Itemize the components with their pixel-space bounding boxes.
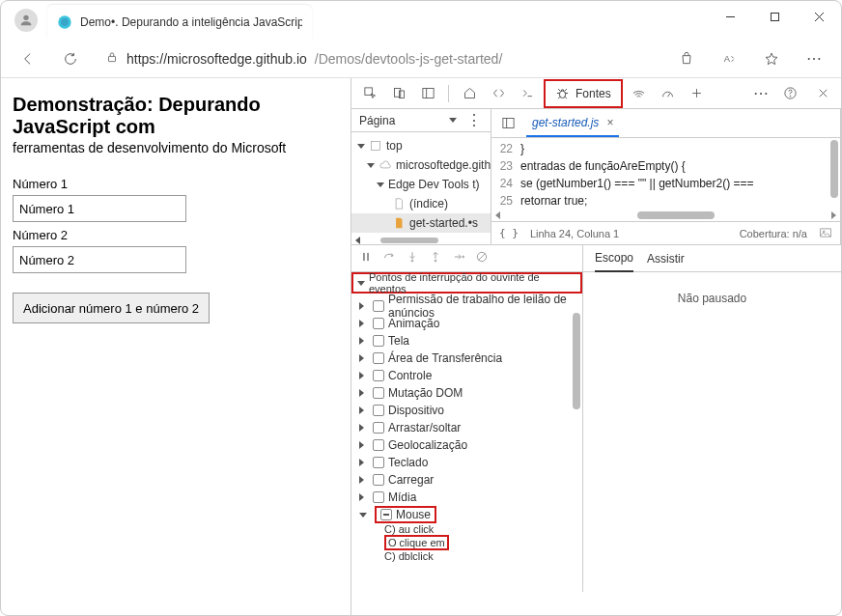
- svg-point-28: [823, 230, 825, 232]
- file-tree: top microsoftedge.githu Edge Dev Tools t…: [351, 132, 491, 237]
- bug-icon: [555, 86, 570, 100]
- sources-tab[interactable]: Fontes: [544, 79, 623, 108]
- cursor-position: Linha 24, Coluna 1: [530, 228, 619, 239]
- breakpoint-categories: Permissão de trabalho de leilão de anúnc…: [351, 294, 582, 592]
- nav-menu-button[interactable]: ⋮: [466, 111, 483, 129]
- watch-tab[interactable]: Assistir: [647, 252, 685, 266]
- svg-rect-13: [422, 89, 433, 98]
- bp-cat[interactable]: Teclado: [351, 454, 582, 471]
- svg-rect-24: [371, 141, 379, 150]
- elements-tab-icon[interactable]: [486, 81, 511, 106]
- refresh-button[interactable]: [55, 43, 86, 74]
- svg-marker-9: [766, 53, 777, 65]
- editor-scrollbar-h[interactable]: [491, 210, 840, 221]
- tree-index[interactable]: (índice): [351, 194, 491, 213]
- sources-tab-label: Fontes: [575, 87, 611, 100]
- devtools-close-icon[interactable]: [810, 81, 835, 106]
- browser-tab[interactable]: Demo•. Depurando a inteligência JavaScri…: [47, 5, 312, 40]
- close-tab-icon[interactable]: ×: [606, 116, 613, 129]
- bp-mouse-click[interactable]: O clique em: [351, 535, 582, 550]
- not-paused-message: Não pausado: [583, 272, 841, 592]
- pause-button[interactable]: [359, 250, 373, 266]
- step-out-icon[interactable]: [429, 250, 442, 266]
- console-tab-icon[interactable]: [515, 81, 540, 106]
- devtools-menu-button[interactable]: ⋯: [753, 84, 770, 102]
- address-bar[interactable]: https://microsoftedge.github.io/Demos/de…: [98, 50, 660, 67]
- bp-cat[interactable]: Área de Transferência: [351, 350, 582, 367]
- tree-domain[interactable]: microsoftedge.githu: [351, 155, 491, 175]
- svg-rect-4: [771, 13, 778, 20]
- tree-file-js[interactable]: get-started.•s: [351, 213, 491, 233]
- editor-tab[interactable]: get-started.js×: [526, 110, 619, 137]
- svg-point-21: [790, 96, 791, 97]
- sidebar-icon[interactable]: [415, 81, 440, 106]
- lock-icon: [105, 50, 119, 67]
- read-aloud-icon[interactable]: A: [714, 43, 744, 74]
- page-subheading: ferramentas de desenvolvimento do Micros…: [13, 140, 339, 155]
- add-tab-icon[interactable]: [685, 81, 710, 106]
- bp-mouse-dblclick[interactable]: C) dblclick: [351, 550, 582, 562]
- shopping-icon[interactable]: [671, 43, 702, 74]
- step-icon[interactable]: [452, 250, 465, 266]
- bp-cat[interactable]: Tela: [351, 332, 582, 350]
- tree-top[interactable]: top: [351, 136, 491, 155]
- event-listener-breakpoints-header[interactable]: Pontos de interrupção do ouvinte de even…: [351, 272, 582, 294]
- welcome-tab-icon[interactable]: [457, 81, 482, 106]
- maximize-button[interactable]: [752, 1, 797, 32]
- edge-icon: [57, 14, 72, 30]
- image-icon[interactable]: [819, 226, 832, 241]
- performance-tab-icon[interactable]: [656, 81, 681, 106]
- svg-point-32: [411, 260, 413, 262]
- svg-rect-7: [109, 56, 116, 61]
- tree-folder[interactable]: Edge Dev Tools t): [351, 175, 491, 194]
- svg-line-17: [668, 94, 671, 98]
- tab-title: Demo•. Depurando a inteligência JavaScri…: [80, 15, 302, 29]
- bp-cat[interactable]: Geolocalização: [351, 436, 582, 454]
- chevron-down-icon[interactable]: [449, 118, 457, 123]
- browser-menu-button[interactable]: ⋯: [799, 43, 829, 74]
- svg-point-36: [463, 256, 464, 258]
- code-editor[interactable]: 22} 23entradas de funçãoAreEmpty() { 24 …: [491, 138, 840, 210]
- bp-cat[interactable]: Arrastar/soltar: [351, 419, 582, 436]
- svg-rect-29: [363, 253, 365, 261]
- svg-line-38: [479, 254, 486, 261]
- editor-scrollbar-v[interactable]: [828, 138, 840, 210]
- scope-tab[interactable]: Escopo: [595, 245, 633, 272]
- svg-point-16: [559, 91, 565, 98]
- bp-cat[interactable]: Dispositivo: [351, 402, 582, 419]
- bp-cat[interactable]: Mídia: [351, 489, 582, 506]
- svg-point-2: [61, 18, 69, 26]
- add-button[interactable]: Adicionar número 1 e número 2: [13, 293, 210, 323]
- bp-cat[interactable]: Mutação DOM: [351, 384, 582, 402]
- bp-scrollbar[interactable]: [571, 294, 582, 592]
- svg-rect-25: [502, 119, 513, 128]
- minimize-button[interactable]: [708, 1, 752, 32]
- close-button[interactable]: [797, 1, 841, 32]
- svg-point-34: [435, 260, 436, 262]
- help-icon[interactable]: [777, 81, 802, 106]
- favorite-icon[interactable]: [756, 43, 787, 74]
- demo-page: Demonstração: Depurando JavaScript com f…: [1, 78, 351, 615]
- input-number2[interactable]: [13, 246, 186, 273]
- svg-text:A: A: [724, 54, 731, 64]
- device-toggle-icon[interactable]: [386, 81, 411, 106]
- deactivate-breakpoints-icon[interactable]: [475, 250, 489, 266]
- bp-cat[interactable]: Controle: [351, 367, 582, 384]
- bp-mouse-auxclick[interactable]: C) au click: [351, 523, 582, 535]
- bp-cat-mouse[interactable]: Mouse: [351, 506, 582, 523]
- editor-sidebar-icon[interactable]: [495, 111, 520, 136]
- pretty-print-icon[interactable]: { }: [499, 227, 519, 239]
- bp-cat[interactable]: Permissão de trabalho de leilão de anúnc…: [351, 297, 582, 315]
- network-tab-icon[interactable]: [627, 81, 652, 106]
- back-button[interactable]: [13, 43, 43, 74]
- svg-rect-30: [367, 253, 369, 261]
- step-into-icon[interactable]: [406, 250, 419, 266]
- inspect-icon[interactable]: [357, 81, 382, 106]
- nav-scrollbar[interactable]: [351, 237, 491, 244]
- input-number1[interactable]: [13, 195, 186, 222]
- bp-cat[interactable]: Carregar: [351, 471, 582, 489]
- step-over-icon[interactable]: [382, 250, 396, 266]
- label-number1: Número 1: [13, 177, 339, 191]
- url-path: /Demos/devtools-js-get-started/: [315, 51, 503, 67]
- profile-avatar[interactable]: [14, 9, 38, 32]
